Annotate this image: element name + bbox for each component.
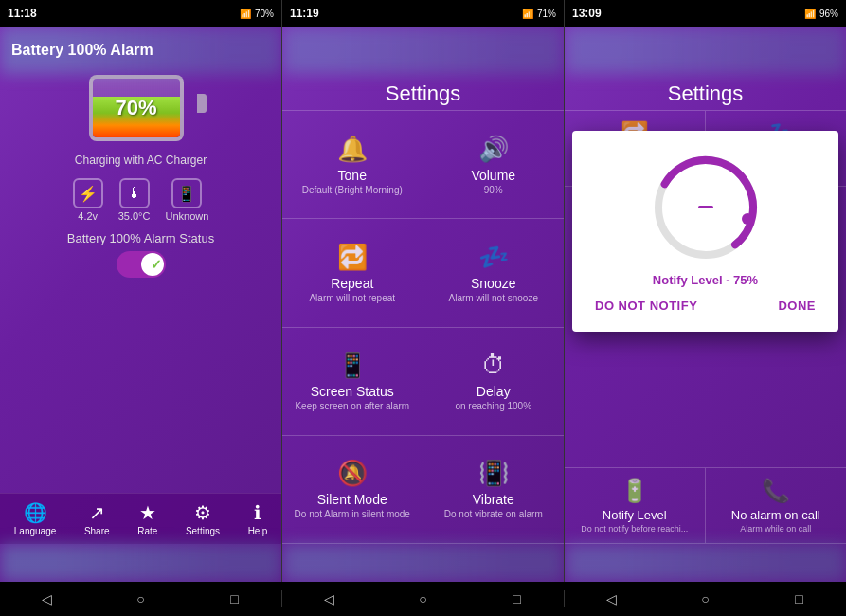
settings-snooze[interactable]: 💤 Snooze Alarm will not snooze	[423, 219, 565, 327]
status-bar: 11:18 📶 70% 11:19 📶 71% 13:09 📶 96%	[0, 0, 846, 27]
vibrate-sub: Do not vibrate on alarm	[444, 509, 543, 519]
svg-point-2	[742, 213, 753, 225]
blur-bottom-2	[282, 544, 564, 582]
screen-status-label: Screen Status	[311, 384, 394, 399]
toggle-check-icon: ✓	[151, 257, 162, 272]
home-button-3[interactable]: ○	[697, 590, 714, 607]
toggle-row: ✓	[117, 251, 166, 278]
screen-settings-dialog: Settings 🔁 Repeat Alarm will not repeat …	[565, 27, 846, 582]
sys-nav-3: ◁ ○ □	[564, 590, 846, 607]
settings-silent[interactable]: 🔕 Silent Mode Do not Alarm in silent mod…	[282, 436, 423, 544]
home-button-1[interactable]: ○	[133, 590, 150, 607]
blur-bottom-1	[0, 544, 281, 582]
battery-text-3: 96%	[819, 9, 838, 19]
s3-notify-label: Notify Level	[603, 508, 667, 522]
volume-sub: 90%	[484, 185, 503, 195]
back-button-2[interactable]: ◁	[321, 590, 338, 607]
screen-status-icon: 📱	[337, 351, 368, 380]
back-button-1[interactable]: ◁	[39, 590, 56, 607]
signal-icon-1: 📶	[240, 9, 251, 19]
language-label: Language	[14, 526, 57, 536]
vibrate-icon: 📳	[478, 459, 509, 488]
snooze-sub: Alarm will not snooze	[449, 293, 538, 303]
recent-button-2[interactable]: □	[509, 590, 526, 607]
vibrate-label: Vibrate	[473, 492, 514, 507]
app-title: Battery 100% Alarm	[11, 42, 153, 59]
repeat-label: Repeat	[331, 276, 373, 291]
do-not-notify-button[interactable]: DO NOT NOTIFY	[587, 295, 705, 317]
rate-label: Rate	[137, 526, 157, 536]
alarm-status-label: Battery 100% Alarm Status	[67, 231, 214, 245]
delay-icon: ⏱	[481, 351, 506, 380]
alarm-toggle[interactable]: ✓	[117, 251, 166, 278]
time-1: 11:18	[8, 7, 37, 20]
home-button-2[interactable]: ○	[415, 590, 432, 607]
dialog-buttons: DO NOT NOTIFY DONE	[587, 295, 823, 317]
info-icon: 📱	[171, 178, 202, 208]
blur-bottom-3	[565, 544, 846, 582]
status-icons-2: 📶 71%	[522, 9, 556, 19]
tone-sub: Default (Bright Morning)	[302, 185, 403, 195]
screen1-content: Battery 100% Alarm 70% Charging with AC …	[0, 27, 281, 493]
snooze-label: Snooze	[471, 276, 515, 291]
temp-icon: 🌡	[119, 178, 150, 208]
status-panel-2: 11:19 📶 71%	[281, 0, 564, 27]
settings-delay[interactable]: ⏱ Delay on reaching 100%	[423, 328, 565, 436]
screen-settings: Settings 🔔 Tone Default (Bright Morning)…	[281, 27, 565, 582]
screen-status-sub: Keep screen on after alarm	[295, 401, 409, 411]
battery-text-2: 71%	[537, 9, 556, 19]
dial-svg	[649, 151, 763, 264]
settings-grid: 🔔 Tone Default (Bright Morning) 🔊 Volume…	[282, 110, 564, 544]
settings-vibrate[interactable]: 📳 Vibrate Do not vibrate on alarm	[423, 436, 565, 544]
settings-volume[interactable]: 🔊 Volume 90%	[423, 111, 565, 219]
silent-sub: Do not Alarm in silent mode	[295, 509, 410, 519]
screen-battery-alarm: Battery 100% Alarm 70% Charging with AC …	[0, 27, 281, 582]
settings-screen-status[interactable]: 📱 Screen Status Keep screen on after ala…	[282, 328, 423, 436]
settings-repeat[interactable]: 🔁 Repeat Alarm will not repeat	[282, 219, 423, 327]
recent-button-3[interactable]: □	[791, 590, 808, 607]
battery-body: 70%	[89, 75, 184, 141]
repeat-sub: Alarm will not repeat	[309, 293, 395, 303]
nav-help[interactable]: ℹ Help	[248, 501, 268, 536]
done-button[interactable]: DONE	[770, 295, 823, 317]
recent-button-1[interactable]: □	[226, 590, 243, 607]
battery-text-1: 70%	[255, 9, 274, 19]
settings3-bottom-grid: 🔋 Notify Level Do not notify before reac…	[565, 467, 846, 544]
voltage-value: 4.2v	[78, 210, 98, 222]
stats-row: ⚡ 4.2v 🌡 35.0°C 📱 Unknown	[73, 178, 209, 222]
s3-no-alarm-call[interactable]: 📞 No alarm on call Alarm while on call	[706, 468, 847, 544]
help-icon: ℹ	[254, 501, 261, 524]
system-nav: ◁ ○ □ ◁ ○ □ ◁ ○ □	[0, 582, 846, 616]
temp-value: 35.0°C	[118, 210, 151, 222]
s3-notify-level[interactable]: 🔋 Notify Level Do not notify before reac…	[565, 468, 706, 544]
nav-settings[interactable]: ⚙ Settings	[186, 501, 220, 536]
status-panel-1: 11:18 📶 70%	[0, 0, 281, 27]
s3-notify-sub: Do not notify before reachi...	[581, 524, 688, 534]
tone-icon: 🔔	[337, 135, 368, 164]
unknown-value: Unknown	[165, 210, 208, 222]
language-icon: 🌐	[24, 501, 47, 524]
s3-notify-icon: 🔋	[621, 478, 649, 504]
back-button-3[interactable]: ◁	[603, 590, 621, 607]
nav-rate[interactable]: ★ Rate	[137, 501, 157, 536]
tone-label: Tone	[338, 168, 367, 183]
battery-terminal	[197, 94, 207, 113]
delay-label: Delay	[477, 384, 511, 399]
blur-top-3	[565, 27, 846, 74]
battery-icon: 70%	[89, 70, 193, 146]
battery-percent: 70%	[93, 96, 180, 120]
nav-share[interactable]: ↗ Share	[84, 501, 110, 536]
settings-tone[interactable]: 🔔 Tone Default (Bright Morning)	[282, 111, 423, 219]
repeat-icon: 🔁	[337, 243, 368, 272]
charging-text: Charging with AC Charger	[75, 154, 207, 167]
nav-language[interactable]: 🌐 Language	[14, 501, 57, 536]
status-icons-3: 📶 96%	[804, 9, 838, 19]
sys-nav-2: ◁ ○ □	[281, 590, 564, 607]
time-2: 11:19	[290, 7, 319, 20]
silent-label: Silent Mode	[317, 492, 387, 507]
settings-title: Settings	[282, 74, 564, 110]
notify-dialog: Notify Level - 75% DO NOT NOTIFY DONE	[572, 131, 838, 332]
volume-label: Volume	[471, 168, 515, 183]
stat-temp: 🌡 35.0°C	[118, 178, 151, 222]
share-icon: ↗	[89, 501, 105, 524]
